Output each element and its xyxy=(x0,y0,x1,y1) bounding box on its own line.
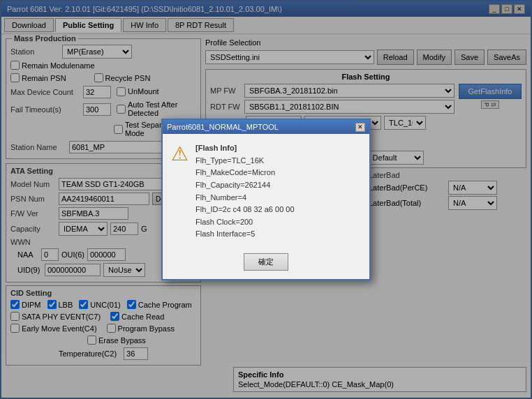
warning-icon: ⚠ xyxy=(171,142,189,241)
modal-window: Parrot6081_NORMAL_MPTOOL ✕ ⚠ [Flash Info… xyxy=(161,119,371,280)
modal-line4: Flh_Number=4 xyxy=(195,192,295,204)
modal-line5: Flh_ID=2c c4 08 32 a6 00 00 xyxy=(195,204,295,216)
modal-line1: Flh_Type=TLC_16K xyxy=(195,155,295,167)
modal-titlebar: Parrot6081_NORMAL_MPTOOL ✕ xyxy=(163,120,369,134)
modal-overlay: Parrot6081_NORMAL_MPTOOL ✕ ⚠ [Flash Info… xyxy=(0,0,532,399)
modal-close-button[interactable]: ✕ xyxy=(355,123,365,132)
confirm-button[interactable]: 確定 xyxy=(244,253,288,271)
modal-body: ⚠ [Flash Info] Flh_Type=TLC_16K Flh_Make… xyxy=(163,134,369,249)
modal-footer: 確定 xyxy=(163,249,369,279)
modal-line3: Flh_Capacity=262144 xyxy=(195,179,295,192)
modal-title: Parrot6081_NORMAL_MPTOOL xyxy=(167,123,279,131)
modal-line7: Flash Interface=5 xyxy=(195,228,295,241)
modal-content: [Flash Info] Flh_Type=TLC_16K Flh_MakeCo… xyxy=(195,142,295,241)
modal-content-title: [Flash Info] xyxy=(195,142,295,155)
modal-line6: Flash Clock=200 xyxy=(195,216,295,229)
modal-line2: Flh_MakeCode=Micron xyxy=(195,167,295,179)
